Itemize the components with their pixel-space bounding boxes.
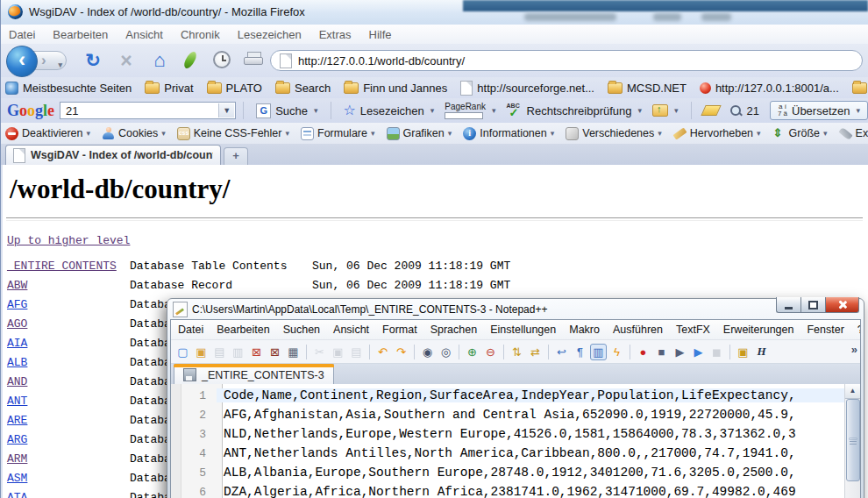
bookmark-label[interactable]: http://127.0.0.1:8001/a... (715, 82, 839, 95)
feedly-leaf-icon[interactable] (182, 50, 198, 70)
google-search-input[interactable]: 21 ▼ (60, 102, 236, 119)
close-doc-icon[interactable]: ⊠ (248, 344, 265, 360)
tab-label[interactable]: WsgiDAV - Index of /world-db/count... (31, 149, 213, 161)
save-icon[interactable]: ▤ (211, 344, 228, 360)
document-tab-label[interactable]: _ENTIRE_CONTENTS-3 (202, 369, 324, 381)
pagerank-widget[interactable]: PageRank ▾ (445, 103, 495, 119)
bookmark-label[interactable]: Meistbesuchte Seiten (23, 82, 132, 95)
chevron-down-icon[interactable]: ▾ (856, 106, 860, 115)
npp-menu-suchen[interactable]: Suchen (283, 324, 320, 336)
new-file-icon[interactable]: ▢ (174, 344, 191, 360)
redo-icon[interactable]: ↷ (393, 344, 409, 360)
listing-link-ALB[interactable]: ALB (7, 353, 130, 373)
minimize-button[interactable] (776, 297, 800, 313)
npp-menu-help[interactable]: ? (857, 324, 861, 336)
bookmark-label[interactable]: PLATO (226, 82, 262, 95)
url-bar[interactable]: http://127.0.0.1/world-db/country/ (270, 50, 863, 71)
devtool-label[interactable]: Verschiedenes (582, 127, 654, 139)
chevron-down-icon[interactable]: ▾ (371, 129, 375, 138)
save-all-icon[interactable]: ▥ (230, 344, 246, 360)
editor-line[interactable]: 5ALB,Albania,Europe,Southern Europe,2874… (171, 463, 845, 482)
npp-menu-textfx[interactable]: TextFX (676, 324, 710, 336)
editor-line[interactable]: 6DZA,Algeria,Africa,Northern Africa,2381… (171, 482, 845, 498)
replace-icon[interactable]: ◎ (438, 344, 454, 360)
chevron-down-icon[interactable]: ▾ (551, 129, 555, 138)
chevron-down-icon[interactable]: ▾ (161, 129, 166, 138)
listing-link-AGO[interactable]: AGO (7, 315, 130, 334)
line-text[interactable]: NLD,Netherlands,Europe,Western Europe,41… (217, 427, 845, 441)
chevron-down-icon[interactable]: ▾ (492, 106, 496, 115)
vertical-scrollbar[interactable]: ▲ (844, 384, 860, 498)
close-all-docs-icon[interactable]: ⊠ (267, 344, 283, 360)
spellcheck-button[interactable]: Rechtschreibprüfung ▾ (507, 103, 643, 117)
listing-link-AIA[interactable]: AIA (7, 334, 130, 353)
devtool-forms[interactable]: Formulare▾ (301, 127, 375, 140)
devtool-outline[interactable]: Hervorheben▾ (673, 127, 761, 140)
google-search-button[interactable]: G Suche ▾ (256, 103, 317, 118)
history-clock-icon[interactable] (213, 51, 231, 68)
listing-link-_ENTIRE_CONTENTS[interactable]: _ENTIRE_CONTENTS (7, 257, 130, 276)
listing-link-ARE[interactable]: ARE (7, 411, 130, 430)
editor-line[interactable]: 2AFG,Afghanistan,Asia,Southern and Centr… (171, 405, 845, 424)
npp-menu-einstellungen[interactable]: Einstellungen (490, 324, 556, 336)
undo-icon[interactable]: ↶ (374, 344, 391, 360)
npp-menu-sprachen[interactable]: Sprachen (430, 324, 478, 336)
bookmark-label[interactable]: Finn und Jannes (363, 82, 447, 95)
back-button[interactable]: ‹ (6, 46, 38, 77)
run-macro-multiple-icon[interactable]: ▶ (690, 344, 707, 360)
notepadpp-titlebar[interactable]: C:\Users\Martin\AppData\Local\Temp\_ENTI… (170, 299, 861, 319)
editor-area[interactable]: 1Code,Name,Continent,Region,SurfaceArea,… (171, 384, 860, 498)
show-all-chars-icon[interactable]: ¶ (572, 344, 588, 360)
reload-button[interactable]: ↻ (81, 48, 105, 73)
npp-menu-bearbeiten[interactable]: Bearbeiten (217, 324, 269, 336)
bookmark-item[interactable]: Search (275, 82, 331, 95)
npp-menu-fenster[interactable]: Fenster (807, 324, 843, 336)
chevron-down-icon[interactable]: ▾ (638, 106, 643, 115)
devtool-label[interactable]: Cookies (118, 127, 158, 139)
stop-macro-icon[interactable]: ■ (653, 344, 670, 360)
tab-wsgidav[interactable]: WsgiDAV - Index of /world-db/count... (5, 145, 221, 165)
menu-extras[interactable]: Extras (319, 28, 352, 41)
npp-menu-erweiterungen[interactable]: Erweiterungen (723, 324, 794, 336)
bookmark-label[interactable]: MCSD.NET (627, 82, 687, 95)
document-tab[interactable]: _ENTIRE_CONTENTS-3 (174, 364, 334, 385)
menu-chronik[interactable]: Chronik (181, 28, 220, 41)
more-buttons-chevron[interactable]: » (851, 343, 857, 356)
devtool-label[interactable]: Informationen (480, 127, 546, 139)
devtool-label[interactable]: Deaktivieren (22, 127, 82, 139)
paste-icon[interactable]: ▤ (348, 344, 365, 360)
devtool-cookies[interactable]: Cookies▾ (102, 127, 166, 140)
devtool-info[interactable]: Informationen▾ (463, 127, 554, 140)
editor-line[interactable]: 1Code,Name,Continent,Region,SurfaceArea,… (171, 386, 845, 405)
devtool-resize[interactable]: Größe▾ (772, 127, 828, 140)
listing-link-AND[interactable]: AND (7, 373, 130, 392)
scroll-up-arrow[interactable]: ▲ (845, 384, 860, 399)
restore-button[interactable] (800, 297, 825, 313)
npp-menu-ausführen[interactable]: Ausführen (613, 324, 663, 336)
npp-menu-makro[interactable]: Makro (569, 324, 600, 336)
editor-line[interactable]: 4ANT,Netherlands Antilles,North America,… (171, 444, 845, 463)
line-text[interactable]: DZA,Algeria,Africa,Northern Africa,23817… (217, 485, 845, 498)
search-dropdown-button[interactable]: ▼ (218, 103, 234, 117)
listing-link-ATA[interactable]: ATA (7, 488, 130, 498)
cut-icon[interactable]: ✂ (311, 344, 328, 360)
site-identity-icon[interactable] (280, 53, 292, 68)
menu-bearbeiten[interactable]: Bearbeiten (53, 28, 108, 41)
word-wrap-icon[interactable]: ↩ (553, 344, 570, 360)
suche-label[interactable]: Suche (275, 104, 308, 117)
bookmark-item[interactable]: Privat (145, 82, 193, 95)
zoom-out-icon[interactable]: ⊖ (482, 344, 499, 360)
devtool-images[interactable]: Grafiken▾ (387, 127, 452, 140)
listing-link-ARG[interactable]: ARG (7, 430, 130, 450)
listing-link-AFG[interactable]: AFG (7, 295, 130, 315)
lesezeichen-label[interactable]: Lesezeichen (360, 104, 424, 117)
bookmark-item[interactable]: Meistbesuchte Seiten (5, 82, 132, 95)
chevron-down-icon[interactable]: ▾ (448, 129, 452, 138)
translate-label[interactable]: Übersetzen (792, 104, 850, 117)
devtool-label[interactable]: Grafiken (403, 127, 445, 139)
play-macro-icon[interactable]: ▶ (672, 344, 688, 360)
stop-button[interactable]: × (114, 48, 139, 73)
url-text[interactable]: http://127.0.0.1/world-db/country/ (298, 54, 465, 68)
devtool-disable[interactable]: Deaktivieren▾ (5, 127, 90, 140)
print-icon[interactable]: ▦ (285, 344, 302, 360)
